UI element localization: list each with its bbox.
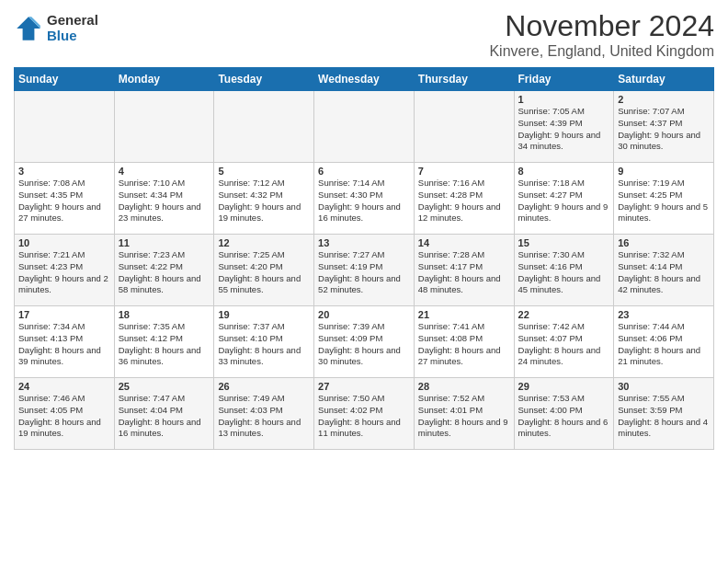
- col-friday: Friday: [514, 68, 614, 91]
- week-row-3: 17Sunrise: 7:34 AM Sunset: 4:13 PM Dayli…: [15, 306, 714, 378]
- cell-4-0: 24Sunrise: 7:46 AM Sunset: 4:05 PM Dayli…: [15, 378, 115, 450]
- cell-0-4: [414, 91, 514, 163]
- day-info: Sunrise: 7:28 AM Sunset: 4:17 PM Dayligh…: [418, 249, 510, 296]
- month-title: November 2024: [489, 9, 714, 43]
- day-number: 29: [518, 381, 610, 392]
- day-info: Sunrise: 7:25 AM Sunset: 4:20 PM Dayligh…: [218, 249, 310, 296]
- day-number: 6: [318, 166, 410, 177]
- cell-1-6: 9Sunrise: 7:19 AM Sunset: 4:25 PM Daylig…: [614, 163, 714, 235]
- title-area: November 2024 Kinvere, England, United K…: [489, 9, 714, 60]
- cell-1-2: 5Sunrise: 7:12 AM Sunset: 4:32 PM Daylig…: [214, 163, 314, 235]
- day-info: Sunrise: 7:49 AM Sunset: 4:03 PM Dayligh…: [218, 393, 310, 440]
- logo-icon: [14, 14, 43, 43]
- cell-4-1: 25Sunrise: 7:47 AM Sunset: 4:04 PM Dayli…: [114, 378, 214, 450]
- col-wednesday: Wednesday: [314, 68, 415, 91]
- header: General Blue November 2024 Kinvere, Engl…: [14, 9, 714, 60]
- day-number: 20: [318, 309, 410, 320]
- day-info: Sunrise: 7:44 AM Sunset: 4:06 PM Dayligh…: [618, 321, 710, 368]
- cell-1-1: 4Sunrise: 7:10 AM Sunset: 4:34 PM Daylig…: [114, 163, 214, 235]
- day-number: 8: [518, 166, 610, 177]
- header-row: Sunday Monday Tuesday Wednesday Thursday…: [15, 68, 714, 91]
- day-info: Sunrise: 7:42 AM Sunset: 4:07 PM Dayligh…: [518, 321, 610, 368]
- day-number: 22: [518, 309, 610, 320]
- col-saturday: Saturday: [614, 68, 714, 91]
- day-info: Sunrise: 7:52 AM Sunset: 4:01 PM Dayligh…: [418, 393, 510, 440]
- day-info: Sunrise: 7:55 AM Sunset: 3:59 PM Dayligh…: [618, 393, 710, 440]
- col-sunday: Sunday: [15, 68, 115, 91]
- day-number: 17: [18, 309, 110, 320]
- day-info: Sunrise: 7:21 AM Sunset: 4:23 PM Dayligh…: [18, 249, 110, 296]
- logo: General Blue: [14, 13, 98, 43]
- day-number: 14: [418, 237, 510, 248]
- day-info: Sunrise: 7:34 AM Sunset: 4:13 PM Dayligh…: [18, 321, 110, 368]
- cell-2-1: 11Sunrise: 7:23 AM Sunset: 4:22 PM Dayli…: [114, 235, 214, 306]
- day-info: Sunrise: 7:18 AM Sunset: 4:27 PM Dayligh…: [518, 178, 610, 224]
- cell-3-3: 20Sunrise: 7:39 AM Sunset: 4:09 PM Dayli…: [314, 306, 415, 378]
- cell-1-4: 7Sunrise: 7:16 AM Sunset: 4:28 PM Daylig…: [414, 163, 514, 235]
- day-number: 16: [618, 237, 710, 248]
- calendar-table: Sunday Monday Tuesday Wednesday Thursday…: [14, 67, 714, 450]
- day-info: Sunrise: 7:37 AM Sunset: 4:10 PM Dayligh…: [218, 321, 310, 368]
- day-number: 5: [218, 166, 310, 177]
- day-number: 3: [18, 166, 110, 177]
- cell-1-0: 3Sunrise: 7:08 AM Sunset: 4:35 PM Daylig…: [15, 163, 115, 235]
- day-info: Sunrise: 7:12 AM Sunset: 4:32 PM Dayligh…: [218, 178, 310, 224]
- cell-3-6: 23Sunrise: 7:44 AM Sunset: 4:06 PM Dayli…: [614, 306, 714, 378]
- day-number: 13: [318, 237, 410, 248]
- logo-text: General Blue: [47, 13, 98, 43]
- day-number: 26: [218, 381, 310, 392]
- day-info: Sunrise: 7:47 AM Sunset: 4:04 PM Dayligh…: [119, 393, 210, 440]
- cell-3-4: 21Sunrise: 7:41 AM Sunset: 4:08 PM Dayli…: [414, 306, 514, 378]
- week-row-0: 1Sunrise: 7:05 AM Sunset: 4:39 PM Daylig…: [15, 91, 714, 163]
- cell-0-5: 1Sunrise: 7:05 AM Sunset: 4:39 PM Daylig…: [514, 91, 614, 163]
- cell-1-3: 6Sunrise: 7:14 AM Sunset: 4:30 PM Daylig…: [314, 163, 415, 235]
- cell-2-3: 13Sunrise: 7:27 AM Sunset: 4:19 PM Dayli…: [314, 235, 415, 306]
- cell-0-1: [114, 91, 214, 163]
- day-info: Sunrise: 7:08 AM Sunset: 4:35 PM Dayligh…: [18, 178, 110, 224]
- location-title: Kinvere, England, United Kingdom: [489, 43, 714, 60]
- day-number: 15: [518, 237, 610, 248]
- day-number: 18: [119, 309, 210, 320]
- day-number: 11: [119, 237, 210, 248]
- cell-4-4: 28Sunrise: 7:52 AM Sunset: 4:01 PM Dayli…: [414, 378, 514, 450]
- col-thursday: Thursday: [414, 68, 514, 91]
- day-info: Sunrise: 7:35 AM Sunset: 4:12 PM Dayligh…: [119, 321, 210, 368]
- day-number: 25: [119, 381, 210, 392]
- cell-0-0: [15, 91, 115, 163]
- cell-3-2: 19Sunrise: 7:37 AM Sunset: 4:10 PM Dayli…: [214, 306, 314, 378]
- cell-3-5: 22Sunrise: 7:42 AM Sunset: 4:07 PM Dayli…: [514, 306, 614, 378]
- day-number: 27: [318, 381, 410, 392]
- cell-4-6: 30Sunrise: 7:55 AM Sunset: 3:59 PM Dayli…: [614, 378, 714, 450]
- day-number: 7: [418, 166, 510, 177]
- day-number: 24: [18, 381, 110, 392]
- day-info: Sunrise: 7:50 AM Sunset: 4:02 PM Dayligh…: [318, 393, 410, 440]
- day-info: Sunrise: 7:23 AM Sunset: 4:22 PM Dayligh…: [119, 249, 210, 296]
- cell-2-2: 12Sunrise: 7:25 AM Sunset: 4:20 PM Dayli…: [214, 235, 314, 306]
- day-info: Sunrise: 7:46 AM Sunset: 4:05 PM Dayligh…: [18, 393, 110, 440]
- cell-2-4: 14Sunrise: 7:28 AM Sunset: 4:17 PM Dayli…: [414, 235, 514, 306]
- col-monday: Monday: [114, 68, 214, 91]
- cell-3-1: 18Sunrise: 7:35 AM Sunset: 4:12 PM Dayli…: [114, 306, 214, 378]
- day-info: Sunrise: 7:10 AM Sunset: 4:34 PM Dayligh…: [119, 178, 210, 224]
- page-container: General Blue November 2024 Kinvere, Engl…: [0, 0, 728, 459]
- cell-0-2: [214, 91, 314, 163]
- cell-4-5: 29Sunrise: 7:53 AM Sunset: 4:00 PM Dayli…: [514, 378, 614, 450]
- cell-1-5: 8Sunrise: 7:18 AM Sunset: 4:27 PM Daylig…: [514, 163, 614, 235]
- week-row-1: 3Sunrise: 7:08 AM Sunset: 4:35 PM Daylig…: [15, 163, 714, 235]
- day-info: Sunrise: 7:53 AM Sunset: 4:00 PM Dayligh…: [518, 393, 610, 440]
- day-info: Sunrise: 7:19 AM Sunset: 4:25 PM Dayligh…: [618, 178, 710, 224]
- cell-2-0: 10Sunrise: 7:21 AM Sunset: 4:23 PM Dayli…: [15, 235, 115, 306]
- logo-blue-text: Blue: [47, 29, 98, 44]
- day-number: 19: [218, 309, 310, 320]
- cell-0-3: [314, 91, 415, 163]
- col-tuesday: Tuesday: [214, 68, 314, 91]
- day-number: 10: [18, 237, 110, 248]
- cell-2-6: 16Sunrise: 7:32 AM Sunset: 4:14 PM Dayli…: [614, 235, 714, 306]
- day-number: 12: [218, 237, 310, 248]
- day-info: Sunrise: 7:27 AM Sunset: 4:19 PM Dayligh…: [318, 249, 410, 296]
- cell-4-2: 26Sunrise: 7:49 AM Sunset: 4:03 PM Dayli…: [214, 378, 314, 450]
- day-number: 21: [418, 309, 510, 320]
- day-number: 1: [518, 94, 610, 105]
- day-info: Sunrise: 7:32 AM Sunset: 4:14 PM Dayligh…: [618, 249, 710, 296]
- day-info: Sunrise: 7:41 AM Sunset: 4:08 PM Dayligh…: [418, 321, 510, 368]
